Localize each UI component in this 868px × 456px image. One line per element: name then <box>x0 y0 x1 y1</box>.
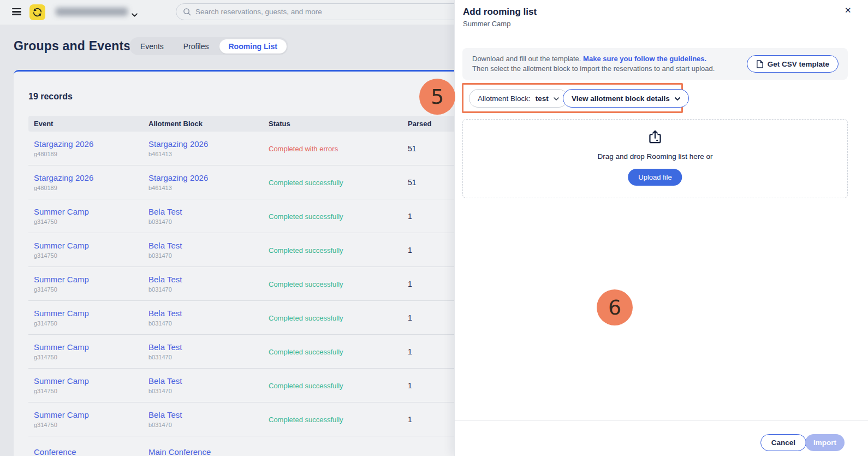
event-id: g314750 <box>34 422 143 428</box>
status-text: Completed successfully <box>269 212 343 221</box>
template-info-text: Download and fill out the template. Make… <box>472 54 734 74</box>
allotment-block-link[interactable]: Bela Test <box>148 342 263 352</box>
info-line1: Download and fill out the template. <box>472 55 581 63</box>
event-id: g480189 <box>34 151 143 157</box>
event-id: g480189 <box>34 185 143 191</box>
allotment-block-id: b031470 <box>148 422 263 428</box>
tab-events[interactable]: Events <box>131 39 173 54</box>
event-id: g314750 <box>34 388 143 394</box>
brand-swirl-icon <box>32 7 43 17</box>
event-link[interactable]: Stargazing 2026 <box>34 139 143 149</box>
allotment-block-link[interactable]: Main Conference <box>148 447 263 456</box>
chevron-down-icon <box>554 97 559 100</box>
upload-icon <box>647 129 663 146</box>
close-icon[interactable]: ✕ <box>842 4 854 16</box>
property-chevron-down-icon[interactable] <box>132 9 138 19</box>
parsed-count: 1 <box>408 347 412 356</box>
status-text: Completed successfully <box>269 179 343 187</box>
parsed-count: 1 <box>408 246 412 254</box>
allotment-block-id: b031470 <box>148 388 263 394</box>
allotment-block-dropdown[interactable]: Allotment Block: test <box>469 89 568 108</box>
event-link[interactable]: Conference <box>34 447 143 456</box>
panel-footer: Cancel Import <box>455 420 868 456</box>
allotment-block-link[interactable]: Bela Test <box>148 275 263 284</box>
status-text: Completed with errors <box>269 145 338 153</box>
allotment-block-link[interactable]: Bela Test <box>148 309 263 318</box>
document-icon <box>756 60 763 68</box>
allotment-block-id: b461413 <box>148 185 263 191</box>
allotment-dropdown-label: Allotment Block: <box>478 94 531 103</box>
allotment-block-link[interactable]: Bela Test <box>148 241 263 250</box>
parsed-count: 51 <box>408 178 417 187</box>
allotment-block-link[interactable]: Bela Test <box>148 410 263 419</box>
status-text: Completed successfully <box>269 416 343 424</box>
allotment-block-link[interactable]: Stargazing 2026 <box>148 173 263 182</box>
chevron-down-icon <box>675 97 680 100</box>
template-info-box: Download and fill out the template. Make… <box>462 48 848 80</box>
event-link[interactable]: Summer Camp <box>34 241 143 250</box>
page-title: Groups and Events <box>14 39 130 54</box>
tab-rooming-list[interactable]: Rooming List <box>219 39 287 54</box>
cancel-button[interactable]: Cancel <box>760 434 806 451</box>
upload-file-button[interactable]: Upload file <box>628 169 682 186</box>
parsed-count: 1 <box>408 381 412 390</box>
panel-subtitle: Summer Camp <box>463 20 510 28</box>
allotment-block-id: b031470 <box>148 218 263 225</box>
allotment-block-link[interactable]: Stargazing 2026 <box>148 139 263 149</box>
event-link[interactable]: Summer Camp <box>34 275 143 284</box>
column-header-allotment-block: Allotment Block <box>143 120 263 128</box>
view-allotment-block-details-button[interactable]: View allotment block details <box>563 89 689 108</box>
guidelines-link[interactable]: Make sure you follow the guidelines. <box>583 55 706 63</box>
info-line2: Then select the allotment block to impor… <box>472 64 715 73</box>
search-icon <box>183 8 191 16</box>
drag-drop-text: Drag and drop Rooming list here or <box>463 152 847 161</box>
annotation-step-6: 6 <box>597 289 633 325</box>
allotment-block-link[interactable]: Bela Test <box>148 207 263 216</box>
allotment-block-id: b031470 <box>148 286 263 293</box>
tab-bar: Events Profiles Rooming List <box>129 37 288 55</box>
status-text: Completed successfully <box>269 314 343 322</box>
property-name-blurred[interactable] <box>56 8 128 16</box>
annotation-step-5: 5 <box>419 79 455 115</box>
tab-profiles[interactable]: Profiles <box>174 39 218 54</box>
allotment-block-id: b031470 <box>148 320 263 327</box>
status-text: Completed successfully <box>269 280 343 288</box>
add-rooming-list-panel: Add rooming list Summer Camp ✕ Download … <box>454 0 868 456</box>
column-header-status: Status <box>263 120 402 128</box>
event-link[interactable]: Summer Camp <box>34 376 143 386</box>
drag-drop-zone[interactable]: Drag and drop Rooming list here or Uploa… <box>462 119 848 198</box>
event-id: g314750 <box>34 286 143 293</box>
brand-logo[interactable] <box>29 4 45 20</box>
allotment-block-id: b461413 <box>148 151 263 157</box>
allotment-dropdown-value: test <box>536 94 549 103</box>
event-link[interactable]: Summer Camp <box>34 342 143 352</box>
parsed-count: 1 <box>408 212 412 221</box>
hamburger-menu-icon[interactable] <box>12 8 21 15</box>
parsed-count: 1 <box>408 415 412 424</box>
event-link[interactable]: Summer Camp <box>34 309 143 318</box>
event-link[interactable]: Stargazing 2026 <box>34 173 143 182</box>
event-link[interactable]: Summer Camp <box>34 207 143 216</box>
event-id: g314750 <box>34 354 143 360</box>
status-text: Completed successfully <box>269 348 343 356</box>
allotment-block-id: b031470 <box>148 252 263 259</box>
event-id: g314750 <box>34 252 143 259</box>
parsed-count: 1 <box>408 280 412 288</box>
event-link[interactable]: Summer Camp <box>34 410 143 419</box>
column-header-event: Event <box>28 120 143 128</box>
import-button[interactable]: Import <box>805 434 845 451</box>
panel-title: Add rooming list <box>463 7 537 17</box>
allotment-block-link[interactable]: Bela Test <box>148 376 263 386</box>
parsed-count: 1 <box>408 313 412 322</box>
parsed-count: 51 <box>408 144 417 153</box>
event-id: g314750 <box>34 320 143 327</box>
event-id: g314750 <box>34 218 143 225</box>
allotment-block-id: b031470 <box>148 354 263 360</box>
status-text: Completed successfully <box>269 382 343 390</box>
status-text: Completed successfully <box>269 246 343 254</box>
get-csv-template-button[interactable]: Get CSV template <box>747 55 839 73</box>
